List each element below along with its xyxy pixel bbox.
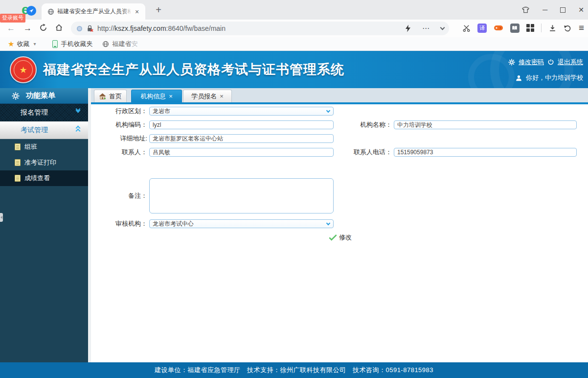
browser-tab[interactable]: 福建省安全生产从业人员资格考 ×	[42, 3, 145, 20]
window-close-button[interactable]: ✕	[578, 6, 584, 14]
tab-org-info[interactable]: 机构信息 ×	[131, 90, 182, 102]
document-icon	[15, 143, 21, 150]
phone-icon	[52, 40, 58, 48]
browser-account-icon[interactable]	[26, 6, 36, 16]
browser-menu-icon[interactable]: ≡	[579, 23, 584, 33]
back-icon[interactable]: ←	[7, 24, 15, 33]
region-label: 行政区划：	[91, 107, 147, 116]
org-code-input[interactable]	[149, 120, 334, 129]
translate-icon[interactable]: 译	[477, 24, 487, 33]
org-code-label: 机构编码：	[91, 120, 147, 129]
contact-input[interactable]	[149, 148, 334, 157]
chevron-down-icon	[326, 109, 330, 113]
phone-input[interactable]	[394, 148, 577, 157]
org-name-label: 机构名称：	[321, 120, 392, 129]
sidebar: 功能菜单 报名管理 考试管理 组班 准考证打印 成绩查看	[0, 88, 88, 362]
browser-skin-icon[interactable]	[521, 6, 530, 14]
document-icon	[15, 175, 21, 182]
maximize-button[interactable]	[560, 7, 565, 13]
remark-textarea[interactable]	[149, 178, 334, 213]
change-password-link[interactable]: 修改密码	[519, 58, 544, 67]
sidebar-menu-title: 功能菜单	[0, 88, 88, 104]
home-icon[interactable]	[55, 24, 63, 32]
logout-link[interactable]: 退出系统	[558, 58, 583, 67]
document-icon	[15, 159, 21, 166]
bookmark-mobile-folder[interactable]: 手机收藏夹	[52, 40, 92, 48]
lightning-icon[interactable]	[405, 24, 411, 32]
home-icon	[99, 93, 106, 99]
tab-close-icon[interactable]: ×	[220, 93, 224, 99]
sidebar-item-admission-ticket-print[interactable]: 准考证打印	[0, 155, 88, 170]
page-tabbar: 首页 机构信息 × 学员报名 ×	[91, 88, 588, 102]
app-footer: 建设单位：福建省应急管理厅 技术支持：徐州广联科技有限公司 技术咨询：0591-…	[0, 362, 588, 378]
reading-mode-icon[interactable]	[510, 24, 520, 33]
chevron-double-up-icon	[76, 127, 81, 134]
modify-button[interactable]: 修改	[329, 233, 352, 242]
undo-restore-icon[interactable]	[564, 24, 572, 32]
phone-label: 联系人电话：	[321, 148, 392, 157]
bookmark-site[interactable]: 福建省安	[102, 40, 137, 48]
agency-emblem-logo: ★	[10, 56, 37, 83]
sidebar-collapse-handle[interactable]	[0, 213, 3, 222]
browser-tab-title: 福建省安全生产从业人员资格考	[57, 7, 131, 16]
address-bar-row: ← → http://kszx.fjsafety.com:8640/fw/bas…	[0, 20, 588, 37]
favorites-caret-icon[interactable]: ▾	[33, 41, 36, 47]
reload-icon[interactable]	[39, 24, 47, 32]
tab-student-enroll[interactable]: 学员报名 ×	[183, 90, 232, 102]
user-icon	[516, 75, 522, 81]
gear-icon	[508, 59, 515, 66]
url-more-icon[interactable]: ⋯	[422, 24, 430, 33]
forward-icon[interactable]: →	[23, 24, 32, 33]
emblem-star-icon: ★	[19, 66, 27, 74]
tab-close-icon[interactable]: ×	[169, 93, 173, 99]
apps-grid-icon[interactable]	[526, 24, 534, 32]
sidebar-item-score-view[interactable]: 成绩查看	[0, 170, 88, 186]
globe-icon	[47, 8, 54, 15]
tab-home[interactable]: 首页	[94, 90, 127, 102]
url-bar[interactable]: http://kszx.fjsafety.com:8640/fw/base/ma…	[71, 22, 449, 35]
sidebar-group-exam[interactable]: 考试管理	[0, 121, 88, 139]
greeting-text: 你好，中力培训学校	[526, 73, 583, 82]
downloads-icon[interactable]	[548, 24, 557, 32]
org-name-input[interactable]	[394, 120, 577, 129]
power-icon	[547, 59, 554, 66]
audit-org-label: 审核机构：	[91, 219, 147, 228]
check-icon	[329, 234, 337, 241]
globe-icon	[102, 41, 109, 47]
screenshot-scissors-icon[interactable]	[462, 24, 471, 32]
new-tab-button[interactable]: +	[153, 4, 164, 16]
remark-label: 备注：	[91, 191, 147, 200]
url-dropdown-icon[interactable]	[440, 25, 445, 30]
system-title: 福建省安全生产从业人员资格考试与证书管理系统	[43, 61, 344, 78]
minimize-button[interactable]: ─	[543, 6, 547, 14]
tab-close-icon[interactable]: ×	[133, 8, 141, 16]
favorites-button[interactable]: ★ 收藏 ▾	[8, 40, 43, 48]
main-content: 首页 机构信息 × 学员报名 × 行政区划： 龙岩市 机构编码： 机构名称： 详…	[91, 88, 588, 362]
games-icon[interactable]	[494, 24, 503, 31]
sidebar-group-enrollment[interactable]: 报名管理	[0, 104, 88, 121]
gear-icon	[12, 92, 20, 100]
insecure-lock-icon[interactable]	[86, 24, 93, 32]
address-label: 详细地址:	[91, 134, 147, 143]
chevron-double-down-icon	[76, 109, 81, 116]
bookmarks-bar: ★ 收藏 ▾ 手机收藏夹 福建省安	[0, 37, 588, 51]
footer-text: 建设单位：福建省应急管理厅 技术支持：徐州广联科技有限公司 技术咨询：0591-…	[155, 366, 433, 375]
browser-titlebar: e 登录账号 福建省安全生产从业人员资格考 × + ─ ✕	[0, 0, 588, 20]
address-input[interactable]	[149, 134, 334, 143]
star-icon: ★	[8, 40, 14, 48]
url-text[interactable]: http://kszx.fjsafety.com:8640/fw/base/ma…	[97, 24, 226, 32]
audit-org-select[interactable]: 龙岩市考试中心	[149, 219, 334, 228]
chevron-down-icon	[326, 221, 330, 225]
login-account-badge[interactable]: 登录账号	[0, 14, 25, 23]
sidebar-item-group-class[interactable]: 组班	[0, 139, 88, 155]
contact-label: 联系人：	[91, 148, 147, 157]
region-select[interactable]: 龙岩市	[149, 107, 334, 116]
app-header: ★ 福建省安全生产从业人员资格考试与证书管理系统 修改密码 退出系统 你好，中力…	[0, 51, 588, 88]
site-info-icon[interactable]	[77, 26, 82, 31]
